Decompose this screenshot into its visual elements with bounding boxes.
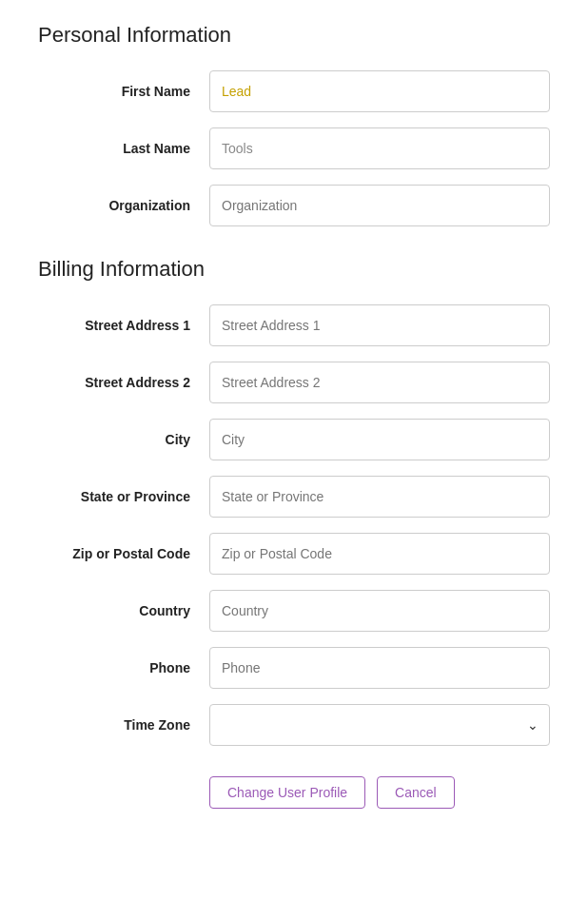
phone-label: Phone	[38, 660, 209, 675]
form-actions: Change User Profile Cancel	[38, 776, 550, 809]
state-province-input[interactable]	[209, 476, 550, 518]
billing-information-section: Billing Information Street Address 1 Str…	[38, 257, 550, 746]
last-name-input[interactable]	[209, 127, 550, 169]
city-row: City	[38, 419, 550, 460]
street-address-2-input[interactable]	[209, 362, 550, 403]
cancel-button[interactable]: Cancel	[377, 776, 455, 809]
time-zone-label: Time Zone	[38, 717, 209, 733]
organization-row: Organization	[38, 185, 550, 226]
first-name-input[interactable]	[209, 70, 550, 112]
time-zone-row: Time Zone UTC-12 UTC-8 Pacific UTC-5 Eas…	[38, 704, 550, 746]
street-address-1-input[interactable]	[209, 304, 550, 346]
zip-postal-row: Zip or Postal Code	[38, 533, 550, 575]
time-zone-select[interactable]: UTC-12 UTC-8 Pacific UTC-5 Eastern UTC U…	[209, 704, 550, 746]
street-address-2-label: Street Address 2	[38, 375, 209, 390]
city-label: City	[38, 432, 209, 447]
last-name-row: Last Name	[38, 127, 550, 169]
phone-input[interactable]	[209, 647, 550, 689]
city-input[interactable]	[209, 419, 550, 460]
first-name-label: First Name	[38, 84, 209, 99]
organization-input[interactable]	[209, 185, 550, 226]
country-label: Country	[38, 603, 209, 618]
street-address-1-label: Street Address 1	[38, 318, 209, 333]
state-province-row: State or Province	[38, 476, 550, 518]
street-address-2-row: Street Address 2	[38, 362, 550, 403]
personal-information-section: Personal Information First Name Last Nam…	[38, 23, 550, 226]
zip-postal-input[interactable]	[209, 533, 550, 575]
zip-postal-label: Zip or Postal Code	[38, 546, 209, 561]
change-user-profile-button[interactable]: Change User Profile	[209, 776, 365, 809]
state-province-label: State or Province	[38, 489, 209, 504]
street-address-1-row: Street Address 1	[38, 304, 550, 346]
billing-section-title: Billing Information	[38, 257, 550, 282]
organization-label: Organization	[38, 198, 209, 213]
personal-section-title: Personal Information	[38, 23, 550, 48]
first-name-row: First Name	[38, 70, 550, 112]
phone-row: Phone	[38, 647, 550, 689]
time-zone-wrapper: UTC-12 UTC-8 Pacific UTC-5 Eastern UTC U…	[209, 704, 550, 746]
country-input[interactable]	[209, 590, 550, 632]
country-row: Country	[38, 590, 550, 632]
last-name-label: Last Name	[38, 141, 209, 156]
